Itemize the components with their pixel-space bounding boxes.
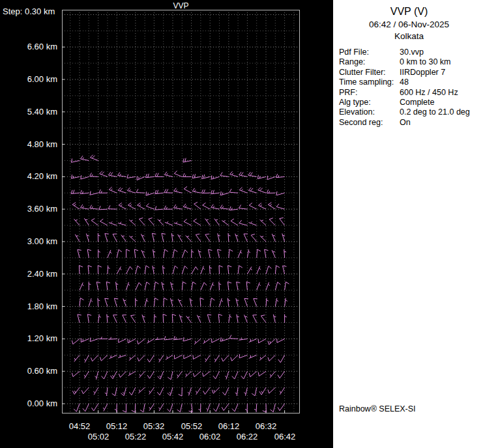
x-axis-label: 05:12 — [102, 421, 131, 431]
param-row-elevation: Elevation: 0.2 deg to 21.0 deg — [339, 107, 485, 117]
y-axis-label: 6.60 km — [0, 42, 57, 52]
y-axis-label: 4.80 km — [0, 139, 57, 150]
x-axis-label: 06:02 — [196, 432, 224, 441]
x-axis-label: 06:12 — [214, 421, 243, 431]
panel-station: Kolkata — [333, 31, 485, 41]
param-label: Range: — [339, 57, 400, 67]
x-axis-label: 06:42 — [271, 432, 299, 441]
wind-profile-plot — [62, 10, 300, 413]
plot-title: VVP — [62, 1, 300, 10]
panel-datetime: 06:42 / 06-Nov-2025 — [333, 20, 485, 29]
param-label: PRF: — [339, 88, 400, 98]
x-axis-label: 05:02 — [84, 432, 113, 441]
param-label: Time sampling: — [339, 77, 400, 87]
param-row-second-reg: Second reg: On — [339, 118, 485, 128]
y-axis-label: 6.00 km — [0, 74, 57, 85]
x-axis-label: 05:52 — [177, 421, 206, 431]
param-value: 600 Hz / 450 Hz — [400, 88, 485, 98]
param-value: 0.2 deg to 21.0 deg — [400, 107, 485, 117]
y-axis-label: 5.40 km — [0, 107, 57, 117]
param-label: Elevation: — [339, 107, 400, 117]
param-value: 30.vvp — [400, 48, 485, 57]
param-value: Complete — [400, 98, 485, 107]
param-row-alg-type: Alg type: Complete — [339, 98, 485, 107]
param-row-clutter-filter: Clutter Filter: IIRDoppler 7 — [339, 68, 485, 77]
param-label: Second reg: — [339, 118, 400, 128]
x-axis-label: 06:32 — [252, 421, 280, 431]
info-panel: VVP (V) 06:42 / 06-Nov-2025 Kolkata Pdf … — [333, 0, 485, 448]
x-axis-label: 05:42 — [158, 432, 187, 441]
x-axis-label: 06:22 — [233, 432, 261, 441]
y-axis-label: 4.20 km — [0, 171, 57, 182]
y-axis-label: 1.80 km — [0, 301, 57, 312]
panel-title: VVP (V) — [333, 6, 485, 18]
y-axis-label: 3.00 km — [0, 236, 57, 247]
x-axis-label: 04:52 — [65, 421, 94, 431]
param-row-time-sampling: Time sampling: 48 — [339, 77, 485, 87]
y-axis-label: 0.60 km — [0, 366, 57, 376]
footer-brand: Rainbow® SELEX-SI — [339, 404, 416, 413]
param-row-pdf-file: Pdf File: 30.vvp — [339, 48, 485, 57]
param-value: IIRDoppler 7 — [400, 68, 485, 77]
y-axis-label: 3.60 km — [0, 204, 57, 214]
param-label: Pdf File: — [339, 48, 400, 57]
vvp-window: VVP Step: 0.30 km 6.60 km 6.00 km 5.40 k… — [0, 0, 485, 448]
param-value: 0 km to 30 km — [400, 57, 485, 67]
param-table: Pdf File: 30.vvp Range: 0 km to 30 km Cl… — [339, 48, 485, 128]
param-label: Clutter Filter: — [339, 68, 400, 77]
param-value: 48 — [400, 77, 485, 87]
y-axis-label: 1.20 km — [0, 333, 57, 344]
param-row-prf: PRF: 600 Hz / 450 Hz — [339, 88, 485, 98]
param-value: On — [400, 118, 485, 128]
y-axis-label: 0.00 km — [0, 399, 57, 409]
y-axis-label: 2.40 km — [0, 269, 57, 279]
x-axis-label: 05:32 — [140, 421, 168, 431]
param-row-range: Range: 0 km to 30 km — [339, 57, 485, 67]
step-label: Step: 0.30 km — [3, 7, 55, 16]
x-axis-label: 05:22 — [121, 432, 150, 441]
wind-profile-panel: VVP Step: 0.30 km 6.60 km 6.00 km 5.40 k… — [0, 0, 333, 448]
param-label: Alg type: — [339, 98, 400, 107]
